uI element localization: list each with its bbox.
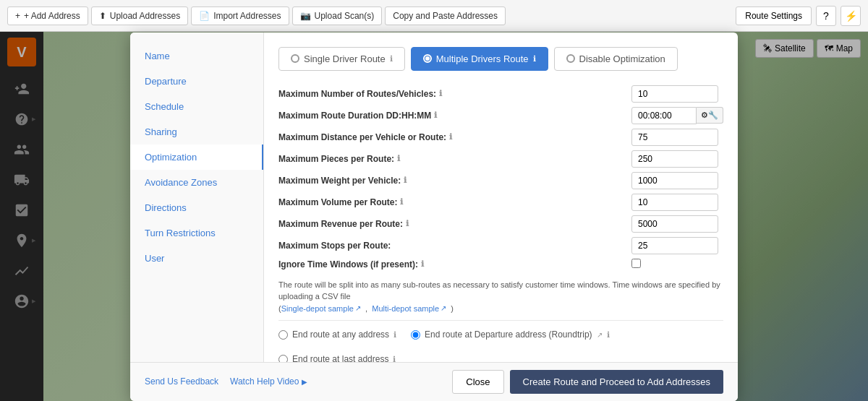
max-distance-field bbox=[631, 129, 723, 146]
modal-nav: Name Departure Schedule Sharing Optimiza… bbox=[130, 33, 264, 362]
plus-icon: + bbox=[15, 11, 20, 21]
multiple-drivers-info-icon: ℹ bbox=[533, 54, 536, 64]
max-routes-input[interactable] bbox=[631, 85, 718, 103]
nav-item-user[interactable]: User bbox=[130, 246, 263, 271]
max-distance-info-icon[interactable]: ℹ bbox=[449, 132, 452, 142]
max-stops-input[interactable] bbox=[631, 237, 718, 254]
multiple-drivers-tab[interactable]: Multiple Drivers Route ℹ bbox=[411, 47, 548, 71]
max-distance-input[interactable] bbox=[631, 129, 718, 146]
footer-links: Send Us Feedback Watch Help Video ▶ bbox=[145, 376, 307, 387]
close-button[interactable]: Close bbox=[452, 370, 503, 394]
end-route-any-radio[interactable] bbox=[278, 330, 288, 340]
create-route-button[interactable]: Create Route and Proceed to Add Addresse… bbox=[510, 370, 723, 394]
nav-item-name[interactable]: Name bbox=[130, 43, 263, 69]
modal-content: Single Driver Route ℹ Multiple Drivers R… bbox=[264, 33, 738, 362]
max-pieces-field bbox=[631, 150, 723, 168]
import-addresses-button[interactable]: 📄 Import Addresses bbox=[191, 7, 289, 25]
nav-item-sharing[interactable]: Sharing bbox=[130, 119, 263, 145]
upload-scans-button[interactable]: 📷 Upload Scan(s) bbox=[292, 7, 383, 25]
add-address-button[interactable]: + + Add Address bbox=[7, 7, 88, 25]
max-volume-input[interactable] bbox=[631, 194, 718, 211]
single-driver-tab[interactable]: Single Driver Route ℹ bbox=[278, 47, 405, 71]
optimization-form: Maximum Number of Routes/Vehicles: ℹ Max… bbox=[278, 85, 723, 270]
max-routes-label: Maximum Number of Routes/Vehicles: ℹ bbox=[278, 89, 626, 99]
watch-video-link[interactable]: Watch Help Video ▶ bbox=[230, 376, 307, 387]
end-route-section: End route at any address ℹ End route at … bbox=[278, 320, 723, 362]
ignore-time-checkbox[interactable] bbox=[631, 259, 641, 268]
ignore-time-info-icon[interactable]: ℹ bbox=[421, 259, 424, 269]
video-link-icon: ▶ bbox=[302, 378, 307, 386]
nav-item-avoidance[interactable]: Avoidance Zones bbox=[130, 170, 263, 195]
max-revenue-field bbox=[631, 215, 723, 233]
info-text-block: The route will be split into as many sub… bbox=[278, 279, 723, 315]
import-icon: 📄 bbox=[199, 11, 210, 21]
max-duration-info-icon[interactable]: ℹ bbox=[434, 111, 437, 120]
multiple-drivers-radio bbox=[423, 54, 432, 63]
duration-picker-button[interactable]: ⚙🔧 bbox=[697, 107, 723, 124]
max-volume-label: Maximum Volume per Route: ℹ bbox=[278, 197, 626, 207]
max-stops-label: Maximum Stops per Route: bbox=[278, 241, 626, 251]
single-driver-radio bbox=[291, 54, 299, 63]
max-revenue-input[interactable] bbox=[631, 215, 718, 233]
end-route-departure-info-icon: ℹ bbox=[607, 330, 610, 340]
end-route-departure-option[interactable]: End route at Departure address (Roundtri… bbox=[411, 329, 609, 340]
max-duration-input[interactable] bbox=[631, 107, 697, 124]
end-route-any-info-icon: ℹ bbox=[393, 330, 396, 340]
top-toolbar: + + Add Address ⬆ Upload Addresses 📄 Imp… bbox=[0, 0, 868, 32]
send-feedback-link[interactable]: Send Us Feedback bbox=[145, 376, 218, 387]
help-icon-button[interactable]: ? bbox=[816, 6, 836, 26]
modal-body: Name Departure Schedule Sharing Optimiza… bbox=[130, 33, 738, 362]
end-route-any-option[interactable]: End route at any address ℹ bbox=[278, 329, 396, 340]
max-pieces-label: Maximum Pieces per Route: ℹ bbox=[278, 154, 626, 164]
max-pieces-input[interactable] bbox=[631, 150, 718, 168]
max-duration-field: ⚙🔧 bbox=[631, 107, 723, 124]
copy-paste-button[interactable]: Copy and Paste Addresses bbox=[385, 7, 506, 25]
max-volume-field bbox=[631, 194, 723, 211]
max-duration-label: Maximum Route Duration DD:HH:MM ℹ bbox=[278, 111, 626, 121]
max-pieces-info-icon[interactable]: ℹ bbox=[397, 154, 400, 163]
disable-opt-radio bbox=[566, 54, 575, 63]
nav-item-optimization[interactable]: Optimization bbox=[130, 145, 263, 170]
disable-optimization-tab[interactable]: Disable Optimization bbox=[554, 47, 678, 71]
ignore-time-field bbox=[631, 259, 723, 270]
max-revenue-label: Maximum Revenue per Route: ℹ bbox=[278, 219, 626, 229]
max-weight-field bbox=[631, 172, 723, 189]
external-link-icon2: ↗ bbox=[441, 303, 446, 314]
nav-item-directions[interactable]: Directions bbox=[130, 195, 263, 220]
scan-icon: 📷 bbox=[300, 11, 311, 21]
nav-item-turn-restrictions[interactable]: Turn Restrictions bbox=[130, 220, 263, 246]
end-route-departure-radio[interactable] bbox=[411, 330, 420, 340]
multi-depot-link[interactable]: Multi-depot sample ↗ bbox=[372, 303, 446, 315]
ignore-time-label: Ignore Time Windows (if present): ℹ bbox=[278, 259, 626, 270]
nav-item-departure[interactable]: Departure bbox=[130, 69, 263, 94]
lightning-icon-button[interactable]: ⚡ bbox=[841, 6, 861, 26]
upload-icon: ⬆ bbox=[99, 11, 106, 21]
route-type-tabs: Single Driver Route ℹ Multiple Drivers R… bbox=[278, 47, 723, 71]
end-route-last-info-icon: ℹ bbox=[393, 355, 396, 362]
max-revenue-info-icon[interactable]: ℹ bbox=[406, 219, 409, 228]
nav-item-schedule[interactable]: Schedule bbox=[130, 94, 263, 119]
max-weight-input[interactable] bbox=[631, 172, 718, 189]
end-route-last-option[interactable]: End route at last address ℹ bbox=[278, 354, 396, 362]
end-route-last-radio[interactable] bbox=[278, 355, 288, 362]
single-driver-info-icon: ℹ bbox=[390, 54, 393, 64]
external-link-icon: ↗ bbox=[355, 303, 361, 314]
max-weight-label: Maximum Weight per Vehicle: ℹ bbox=[278, 176, 626, 186]
max-volume-info-icon[interactable]: ℹ bbox=[400, 197, 403, 207]
max-routes-info-icon[interactable]: ℹ bbox=[439, 89, 442, 98]
route-settings-button[interactable]: Route Settings bbox=[736, 7, 812, 25]
modal-overlay: Name Departure Schedule Sharing Optimiza… bbox=[0, 32, 868, 401]
max-distance-label: Maximum Distance per Vehicle or Route: ℹ bbox=[278, 132, 626, 142]
upload-addresses-button[interactable]: ⬆ Upload Addresses bbox=[91, 7, 188, 25]
main-area: V 🛰 Satellite bbox=[0, 32, 868, 401]
modal-footer: Send Us Feedback Watch Help Video ▶ Clos… bbox=[130, 362, 738, 401]
max-routes-field bbox=[631, 85, 723, 103]
toolbar-right: Route Settings ? ⚡ bbox=[736, 6, 861, 26]
max-stops-field bbox=[631, 237, 723, 254]
footer-actions: Close Create Route and Proceed to Add Ad… bbox=[452, 370, 723, 394]
end-route-departure-icon: ↗ bbox=[597, 331, 603, 339]
single-depot-link[interactable]: Single-depot sample ↗ bbox=[281, 303, 361, 315]
modal-dialog: Name Departure Schedule Sharing Optimiza… bbox=[130, 33, 738, 401]
max-weight-info-icon[interactable]: ℹ bbox=[404, 176, 407, 185]
